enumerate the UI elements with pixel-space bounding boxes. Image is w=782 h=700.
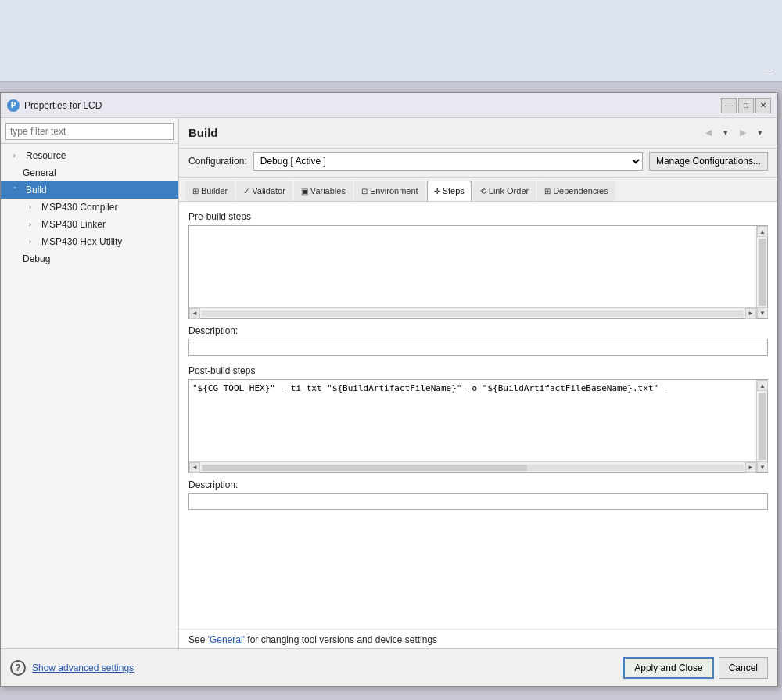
scroll-track-h [202, 311, 744, 317]
scroll-right-arrow[interactable]: ► [745, 462, 756, 473]
sidebar-item-msp430-linker[interactable]: › MSP430 Linker [1, 216, 178, 233]
post-build-scrollbar-h[interactable]: ◄ ► [189, 461, 756, 472]
cancel-button[interactable]: Cancel [719, 657, 768, 679]
dependencies-tab-icon: ⊞ [544, 187, 551, 196]
arrow-icon: › [13, 152, 23, 160]
tab-label: Validator [252, 186, 285, 196]
post-build-textarea[interactable]: "${CG_TOOL_HEX}" --ti_txt "${BuildArtifa… [189, 380, 756, 461]
sidebar-item-label: Resource [26, 150, 66, 161]
tab-content-steps: Pre-build steps ▲ ▼ ◄ ► Description [179, 202, 777, 629]
content-header-row: Build ◀ ▾ ▶ ▾ [188, 124, 768, 140]
pre-build-scrollbar-h[interactable]: ◄ ► [189, 307, 756, 318]
filter-input[interactable] [5, 123, 174, 140]
tab-variables[interactable]: ▣ Variables [294, 181, 353, 201]
tab-dependencies[interactable]: ⊞ Dependencies [537, 181, 615, 201]
scroll-down-arrow[interactable]: ▼ [757, 307, 768, 318]
bottom-right: Apply and Close Cancel [623, 657, 768, 679]
scroll-up-arrow[interactable]: ▲ [757, 380, 768, 391]
post-build-scrollbar-v[interactable]: ▲ ▼ [756, 380, 767, 472]
tab-label: Environment [370, 186, 418, 196]
environment-tab-icon: ⊡ [361, 187, 368, 196]
minimize-button[interactable]: — [721, 98, 737, 113]
scroll-down-arrow[interactable]: ▼ [757, 461, 768, 472]
forward-dropdown-button[interactable]: ▾ [752, 124, 768, 140]
back-dropdown-button[interactable]: ▾ [718, 124, 734, 140]
scroll-thumb [759, 239, 766, 306]
info-bar: See 'General' for changing tool versions… [179, 629, 777, 648]
post-description-label: Description: [188, 479, 768, 490]
tab-validator[interactable]: ✓ Validator [236, 181, 292, 201]
properties-dialog: P Properties for LCD — □ ✕ › Resource Ge… [0, 92, 778, 687]
tabs-bar: ⊞ Builder ✓ Validator ▣ Variables ⊡ Envi… [179, 178, 777, 202]
scroll-up-arrow[interactable]: ▲ [757, 226, 768, 237]
tab-label: Dependencies [553, 186, 608, 196]
forward-button[interactable]: ▶ [735, 124, 751, 140]
scroll-left-arrow[interactable]: ◄ [189, 462, 200, 473]
arrow-icon: › [29, 221, 38, 228]
manage-configurations-button[interactable]: Manage Configurations... [649, 152, 768, 171]
sidebar-item-resource[interactable]: › Resource [1, 147, 178, 164]
window-controls: — □ ✕ [721, 98, 771, 113]
sidebar: › Resource General ˅ Build › MSP430 Comp… [1, 118, 179, 648]
window-minimize-icon: — [762, 63, 773, 74]
builder-tab-icon: ⊞ [192, 187, 199, 196]
arrow-icon: ˅ [13, 186, 23, 194]
maximize-button[interactable]: □ [738, 98, 754, 113]
filter-input-wrap [1, 118, 178, 144]
tab-label: Variables [310, 186, 346, 196]
sidebar-item-label: Build [26, 185, 47, 196]
validator-tab-icon: ✓ [243, 187, 249, 196]
pre-build-scrollbar-v[interactable]: ▲ ▼ [756, 226, 767, 318]
sidebar-item-msp430-hex[interactable]: › MSP430 Hex Utility [1, 233, 178, 250]
variables-tab-icon: ▣ [301, 187, 308, 196]
sidebar-item-debug[interactable]: Debug [1, 250, 178, 267]
show-advanced-link[interactable]: Show advanced settings [32, 662, 134, 673]
post-description-input[interactable] [188, 493, 768, 510]
scroll-thumb-h [202, 465, 527, 471]
link-order-tab-icon: ⟲ [480, 187, 486, 196]
steps-tab-icon: ✛ [434, 187, 440, 196]
help-icon[interactable]: ? [10, 660, 26, 676]
dialog-app-icon: P [7, 99, 20, 112]
scroll-track-h [202, 465, 744, 471]
configuration-label: Configuration: [188, 156, 247, 167]
pre-description-input[interactable] [188, 339, 768, 356]
sidebar-item-label: General [23, 167, 56, 178]
arrow-icon: › [29, 203, 38, 211]
tab-steps[interactable]: ✛ Steps [427, 181, 472, 201]
pre-build-box: ▲ ▼ ◄ ► [188, 225, 768, 319]
sidebar-item-label: MSP430 Compiler [41, 202, 117, 213]
scroll-left-arrow[interactable]: ◄ [189, 308, 200, 319]
pre-description-label: Description: [188, 325, 768, 336]
info-suffix: for changing tool versions and device se… [245, 634, 437, 645]
pre-build-textarea[interactable] [189, 226, 756, 318]
nav-tree: › Resource General ˅ Build › MSP430 Comp… [1, 144, 178, 648]
header-nav-icons: ◀ ▾ ▶ ▾ [701, 124, 768, 140]
tab-environment[interactable]: ⊡ Environment [354, 181, 425, 201]
general-link[interactable]: 'General' [208, 634, 245, 645]
sidebar-item-msp430-compiler[interactable]: › MSP430 Compiler [1, 199, 178, 216]
scroll-right-arrow[interactable]: ► [745, 308, 756, 319]
sidebar-item-label: MSP430 Hex Utility [41, 236, 122, 247]
apply-close-button[interactable]: Apply and Close [623, 657, 713, 679]
configuration-row: Configuration: Debug [ Active ] Manage C… [179, 149, 777, 178]
back-button[interactable]: ◀ [701, 124, 716, 140]
tab-label: Steps [443, 186, 465, 196]
info-text: See [188, 634, 208, 645]
sidebar-item-general[interactable]: General [1, 164, 178, 181]
configuration-select[interactable]: Debug [ Active ] [253, 152, 643, 171]
dialog-body: › Resource General ˅ Build › MSP430 Comp… [1, 118, 777, 648]
tab-builder[interactable]: ⊞ Builder [185, 181, 235, 201]
tab-label: Builder [201, 186, 228, 196]
sidebar-item-label: MSP430 Linker [41, 219, 106, 230]
arrow-icon: › [29, 238, 38, 246]
pre-build-label: Pre-build steps [188, 211, 768, 222]
dialog-title: Properties for LCD [24, 100, 721, 111]
tab-link-order[interactable]: ⟲ Link Order [473, 181, 536, 201]
close-button[interactable]: ✕ [755, 98, 771, 113]
post-build-box: "${CG_TOOL_HEX}" --ti_txt "${BuildArtifa… [188, 379, 768, 473]
sidebar-item-build[interactable]: ˅ Build [1, 181, 178, 199]
scroll-thumb [759, 393, 766, 460]
content-header: Build ◀ ▾ ▶ ▾ [179, 118, 777, 149]
post-build-label: Post-build steps [188, 365, 768, 376]
